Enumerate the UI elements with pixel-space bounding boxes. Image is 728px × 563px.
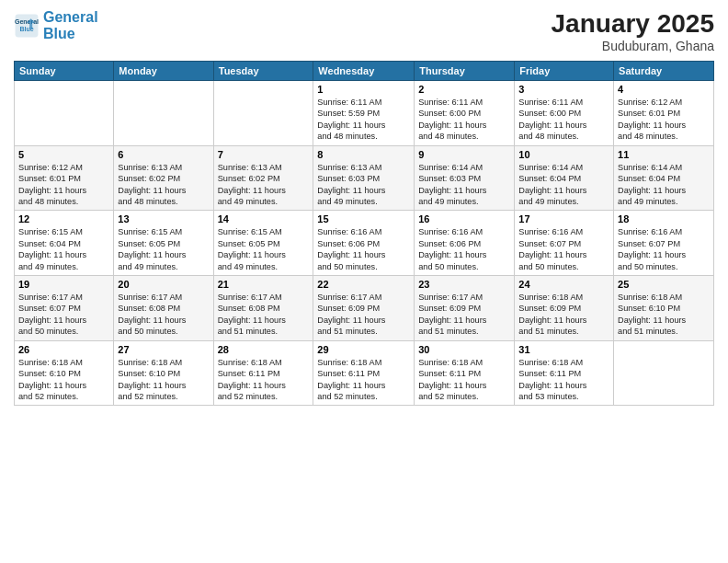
day-info: Sunrise: 6:11 AMSunset: 5:59 PMDaylight:… bbox=[317, 97, 410, 143]
calendar-week-row: 1Sunrise: 6:11 AMSunset: 5:59 PMDaylight… bbox=[15, 81, 714, 146]
day-number: 5 bbox=[18, 149, 109, 160]
day-number: 2 bbox=[418, 84, 510, 95]
day-number: 27 bbox=[118, 344, 209, 355]
calendar-cell: 7Sunrise: 6:13 AMSunset: 6:02 PMDaylight… bbox=[213, 145, 313, 211]
day-number: 7 bbox=[218, 149, 310, 160]
day-number: 31 bbox=[518, 344, 609, 355]
day-info: Sunrise: 6:18 AMSunset: 6:11 PMDaylight:… bbox=[518, 357, 609, 403]
calendar-cell: 4Sunrise: 6:12 AMSunset: 6:01 PMDaylight… bbox=[614, 81, 714, 146]
day-number: 21 bbox=[218, 279, 310, 290]
day-number: 25 bbox=[618, 279, 710, 290]
calendar-cell: 11Sunrise: 6:14 AMSunset: 6:04 PMDayligh… bbox=[614, 145, 714, 211]
day-info: Sunrise: 6:13 AMSunset: 6:03 PMDaylight:… bbox=[317, 162, 410, 208]
day-number: 18 bbox=[618, 213, 710, 224]
calendar-cell: 24Sunrise: 6:18 AMSunset: 6:09 PMDayligh… bbox=[515, 276, 614, 341]
day-number: 14 bbox=[218, 213, 310, 224]
day-number: 20 bbox=[118, 279, 209, 290]
weekday-header: Sunday bbox=[15, 62, 114, 81]
day-info: Sunrise: 6:11 AMSunset: 6:00 PMDaylight:… bbox=[418, 97, 510, 143]
weekday-header: Thursday bbox=[415, 62, 515, 81]
day-info: Sunrise: 6:18 AMSunset: 6:09 PMDaylight:… bbox=[518, 292, 609, 338]
day-info: Sunrise: 6:18 AMSunset: 6:10 PMDaylight:… bbox=[118, 357, 209, 403]
weekday-header: Monday bbox=[114, 62, 213, 81]
calendar-cell: 5Sunrise: 6:12 AMSunset: 6:01 PMDaylight… bbox=[15, 145, 114, 211]
weekday-header: Saturday bbox=[614, 62, 714, 81]
calendar-cell: 21Sunrise: 6:17 AMSunset: 6:08 PMDayligh… bbox=[213, 276, 313, 341]
calendar-week-row: 19Sunrise: 6:17 AMSunset: 6:07 PMDayligh… bbox=[15, 276, 714, 341]
calendar-cell: 29Sunrise: 6:18 AMSunset: 6:11 PMDayligh… bbox=[313, 340, 415, 406]
day-info: Sunrise: 6:17 AMSunset: 6:08 PMDaylight:… bbox=[218, 292, 310, 338]
day-number: 19 bbox=[18, 279, 109, 290]
calendar-cell: 16Sunrise: 6:16 AMSunset: 6:06 PMDayligh… bbox=[415, 211, 515, 276]
calendar-cell bbox=[114, 81, 213, 146]
day-info: Sunrise: 6:16 AMSunset: 6:06 PMDaylight:… bbox=[418, 226, 510, 272]
calendar-cell bbox=[614, 340, 714, 406]
day-number: 15 bbox=[317, 213, 410, 224]
weekday-header: Friday bbox=[515, 62, 614, 81]
day-number: 22 bbox=[317, 279, 410, 290]
logo-icon: General Blue bbox=[14, 13, 40, 39]
day-number: 29 bbox=[317, 344, 410, 355]
day-info: Sunrise: 6:18 AMSunset: 6:10 PMDaylight:… bbox=[618, 292, 710, 338]
calendar-cell bbox=[15, 81, 114, 146]
month-title: January 2025 bbox=[552, 9, 714, 39]
day-info: Sunrise: 6:16 AMSunset: 6:07 PMDaylight:… bbox=[618, 226, 710, 272]
title-area: January 2025 Buduburam, Ghana bbox=[552, 9, 714, 53]
day-number: 23 bbox=[418, 279, 510, 290]
day-number: 1 bbox=[317, 84, 410, 95]
day-info: Sunrise: 6:13 AMSunset: 6:02 PMDaylight:… bbox=[118, 162, 209, 208]
day-info: Sunrise: 6:16 AMSunset: 6:07 PMDaylight:… bbox=[518, 226, 609, 272]
calendar-week-row: 26Sunrise: 6:18 AMSunset: 6:10 PMDayligh… bbox=[15, 340, 714, 406]
calendar-cell: 12Sunrise: 6:15 AMSunset: 6:04 PMDayligh… bbox=[15, 211, 114, 276]
calendar-cell: 27Sunrise: 6:18 AMSunset: 6:10 PMDayligh… bbox=[114, 340, 213, 406]
day-number: 17 bbox=[518, 213, 609, 224]
day-info: Sunrise: 6:17 AMSunset: 6:08 PMDaylight:… bbox=[118, 292, 209, 338]
calendar-cell: 23Sunrise: 6:17 AMSunset: 6:09 PMDayligh… bbox=[415, 276, 515, 341]
day-info: Sunrise: 6:15 AMSunset: 6:05 PMDaylight:… bbox=[118, 226, 209, 272]
page: General Blue General Blue January 2025 B… bbox=[0, 0, 728, 563]
day-number: 24 bbox=[518, 279, 609, 290]
subtitle: Buduburam, Ghana bbox=[552, 39, 714, 53]
calendar-cell: 2Sunrise: 6:11 AMSunset: 6:00 PMDaylight… bbox=[415, 81, 515, 146]
day-info: Sunrise: 6:18 AMSunset: 6:10 PMDaylight:… bbox=[18, 357, 109, 403]
calendar-week-row: 12Sunrise: 6:15 AMSunset: 6:04 PMDayligh… bbox=[15, 211, 714, 276]
calendar-cell: 18Sunrise: 6:16 AMSunset: 6:07 PMDayligh… bbox=[614, 211, 714, 276]
calendar-header-row: SundayMondayTuesdayWednesdayThursdayFrid… bbox=[15, 62, 714, 81]
day-number: 30 bbox=[418, 344, 510, 355]
calendar-cell: 22Sunrise: 6:17 AMSunset: 6:09 PMDayligh… bbox=[313, 276, 415, 341]
calendar-cell: 9Sunrise: 6:14 AMSunset: 6:03 PMDaylight… bbox=[415, 145, 515, 211]
day-number: 12 bbox=[18, 213, 109, 224]
day-info: Sunrise: 6:14 AMSunset: 6:04 PMDaylight:… bbox=[618, 162, 710, 208]
calendar-cell: 26Sunrise: 6:18 AMSunset: 6:10 PMDayligh… bbox=[15, 340, 114, 406]
calendar-cell: 1Sunrise: 6:11 AMSunset: 5:59 PMDaylight… bbox=[313, 81, 415, 146]
day-number: 3 bbox=[518, 84, 609, 95]
calendar-cell bbox=[213, 81, 313, 146]
calendar-cell: 8Sunrise: 6:13 AMSunset: 6:03 PMDaylight… bbox=[313, 145, 415, 211]
calendar-cell: 10Sunrise: 6:14 AMSunset: 6:04 PMDayligh… bbox=[515, 145, 614, 211]
day-number: 13 bbox=[118, 213, 209, 224]
calendar-cell: 31Sunrise: 6:18 AMSunset: 6:11 PMDayligh… bbox=[515, 340, 614, 406]
day-info: Sunrise: 6:18 AMSunset: 6:11 PMDaylight:… bbox=[418, 357, 510, 403]
day-info: Sunrise: 6:18 AMSunset: 6:11 PMDaylight:… bbox=[317, 357, 410, 403]
day-number: 6 bbox=[118, 149, 209, 160]
day-number: 10 bbox=[518, 149, 609, 160]
day-number: 26 bbox=[18, 344, 109, 355]
calendar-cell: 3Sunrise: 6:11 AMSunset: 6:00 PMDaylight… bbox=[515, 81, 614, 146]
day-info: Sunrise: 6:17 AMSunset: 6:07 PMDaylight:… bbox=[18, 292, 109, 338]
calendar-cell: 20Sunrise: 6:17 AMSunset: 6:08 PMDayligh… bbox=[114, 276, 213, 341]
day-info: Sunrise: 6:12 AMSunset: 6:01 PMDaylight:… bbox=[618, 97, 710, 143]
day-number: 16 bbox=[418, 213, 510, 224]
calendar-cell: 15Sunrise: 6:16 AMSunset: 6:06 PMDayligh… bbox=[313, 211, 415, 276]
calendar-week-row: 5Sunrise: 6:12 AMSunset: 6:01 PMDaylight… bbox=[15, 145, 714, 211]
calendar-cell: 25Sunrise: 6:18 AMSunset: 6:10 PMDayligh… bbox=[614, 276, 714, 341]
day-info: Sunrise: 6:17 AMSunset: 6:09 PMDaylight:… bbox=[317, 292, 410, 338]
calendar-cell: 30Sunrise: 6:18 AMSunset: 6:11 PMDayligh… bbox=[415, 340, 515, 406]
day-number: 4 bbox=[618, 84, 710, 95]
day-info: Sunrise: 6:13 AMSunset: 6:02 PMDaylight:… bbox=[218, 162, 310, 208]
calendar-table: SundayMondayTuesdayWednesdayThursdayFrid… bbox=[14, 61, 714, 406]
logo-text: General Blue bbox=[43, 9, 98, 41]
day-info: Sunrise: 6:14 AMSunset: 6:03 PMDaylight:… bbox=[418, 162, 510, 208]
day-info: Sunrise: 6:12 AMSunset: 6:01 PMDaylight:… bbox=[18, 162, 109, 208]
day-number: 11 bbox=[618, 149, 710, 160]
day-info: Sunrise: 6:18 AMSunset: 6:11 PMDaylight:… bbox=[218, 357, 310, 403]
